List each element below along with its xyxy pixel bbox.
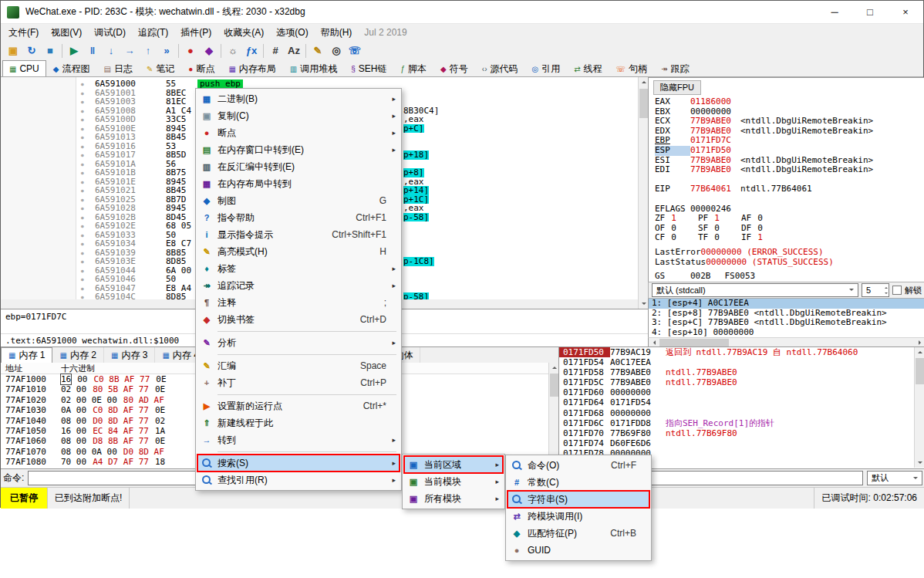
toolbar-button[interactable]: ✎ [309,42,327,59]
register-row[interactable]: ECX 77B9ABE0 <ntdll.DbgUiRemoteBreakin> [649,117,924,127]
menubar-item[interactable]: 插件(P) [174,24,218,42]
breakpoint-dot-icon[interactable]: ● [81,177,84,187]
view-tab[interactable]: ◆ 符号 [433,60,475,76]
context-menu-item[interactable]: ▦ 二进制(B) ▸ [197,90,400,107]
context-menu-item[interactable]: ▦ 在内存布局中转到 [197,175,400,192]
view-tab[interactable]: ◆ 流程图 [46,60,97,76]
view-tab[interactable]: § SEH链 [344,60,393,76]
breakpoint-dot-icon[interactable]: ● [81,195,84,204]
flag-cell[interactable]: TF0 [698,233,741,243]
breakpoint-dot-icon[interactable]: ● [81,186,84,195]
context-menu-item[interactable]: ▶ 设置新的运行点 Ctrl+* [197,397,400,414]
argument-row[interactable]: 1: [esp+4] A0C17EEA [649,299,924,309]
toolbar-button[interactable]: ● [181,42,200,59]
submenu-item[interactable]: # 常数(C) [508,474,649,491]
context-menu-item[interactable]: ◆ 切换书签 Ctrl+D [197,311,400,328]
context-menu-item[interactable]: ♦ 标签 ▸ [197,260,400,277]
calling-convention-select[interactable]: 默认 (stdcall) [652,283,858,297]
breakpoint-dot-icon[interactable]: ● [81,239,84,248]
breakpoint-dot-icon[interactable]: ● [81,124,84,134]
register-row[interactable] [649,194,924,204]
menubar-item[interactable]: 调试(D) [88,24,132,42]
breakpoint-dot-icon[interactable]: ● [81,115,84,124]
context-menu-item[interactable]: ▣ 复制(C) ▸ [197,107,400,124]
selected-byte[interactable]: 16 [61,374,71,384]
disassembly-row[interactable]: ● 6A591000 55 push ebp [1,79,638,89]
breakpoint-dot-icon[interactable]: ● [81,213,84,222]
view-tab[interactable]: ▥ 调用堆栈 [283,60,344,76]
menubar-item[interactable]: 文件(F) [2,24,45,42]
breakpoint-dot-icon[interactable]: ● [81,106,84,116]
memory-vertical-scrollbar[interactable] [548,363,558,468]
register-row[interactable]: EAX 01186000 [649,97,924,107]
submenu-item[interactable]: ▣ 当前模块 ▸ [404,473,503,490]
stack-row[interactable]: 0171FD60 00000000 [559,387,924,397]
bottom-tab[interactable]: ▦ 内存 3 [104,347,155,363]
toolbar-button[interactable]: ■ [41,42,59,59]
breakpoint-dot-icon[interactable]: ● [81,89,84,98]
context-menu-item[interactable]: → 转到 ▸ [197,431,400,448]
breakpoint-dot-icon[interactable]: ● [81,257,84,266]
toolbar-button[interactable]: ☼ [224,42,242,59]
breakpoint-dot-icon[interactable]: ● [81,160,84,169]
register-row[interactable]: EIP 77B64061 ntdll.77B64061 [649,184,924,194]
toolbar-button[interactable]: ◆ [200,42,218,59]
stack-vertical-scrollbar[interactable] [914,347,924,468]
submenu-item[interactable]: 字符串(S) [508,491,649,508]
breakpoint-dot-icon[interactable]: ● [81,266,84,275]
scrollbar-thumb[interactable] [639,89,648,118]
menubar-item[interactable]: 视图(V) [45,24,88,42]
breakpoint-dot-icon[interactable]: ● [81,142,84,151]
disassembly-vertical-scrollbar[interactable] [638,77,648,309]
context-menu-item[interactable]: ✎ 高亮模式(H) H [197,243,400,260]
bottom-tab[interactable]: ▦ 内存 2 [52,347,103,363]
breakpoint-dot-icon[interactable]: ● [81,221,84,231]
stack-row[interactable]: 0171FD50 77B9AC19 返回到 ntdll.77B9AC19 自 n… [559,347,924,357]
breakpoint-dot-icon[interactable]: ● [81,133,84,142]
menubar-item[interactable]: 追踪(T) [132,24,174,42]
flag-cell[interactable]: CF0 [655,233,698,243]
close-button[interactable]: × [888,1,923,23]
arguments-scrollbar[interactable] [648,337,924,346]
view-tab[interactable]: ↠ 跟踪 [654,60,696,76]
toolbar-button[interactable]: ‖ [83,42,102,59]
toolbar-button[interactable]: ▣ [4,42,22,59]
argument-row[interactable]: 3: [esp+C] 77B9ABE0 <ntdll.DbgUiRemoteBr… [649,318,924,328]
toolbar-button[interactable]: ↓ [102,42,120,59]
hide-fpu-button[interactable]: 隐藏FPU [653,80,701,95]
stack-row[interactable]: 0171FD5C 77B9ABE0 ntdll.77B9ABE0 [559,377,924,387]
flag-cell[interactable]: IF1 [741,233,784,243]
stack-row[interactable]: 0171FD58 77B9ABE0 ntdll.77B9ABE0 [559,367,924,377]
view-tab[interactable]: ☏ 句柄 [609,60,655,76]
command-script-select[interactable]: 默认 [867,471,922,485]
submenu-item[interactable]: ◆ 匹配特征(P) Ctrl+B [508,525,649,542]
menubar-item[interactable]: 帮助(H) [315,24,359,42]
context-menu-item[interactable]: ⇑ 新建线程于此 [197,414,400,431]
view-tab[interactable]: ✎ 笔记 [140,60,181,76]
breakpoint-dot-icon[interactable]: ● [81,284,84,293]
breakpoint-dot-icon[interactable]: ● [81,97,84,106]
stack-row[interactable]: 0171FD64 0171FD54 [559,397,924,407]
context-menu-item[interactable]: ▥ 在反汇编中转到(E) [197,158,400,175]
toolbar-button[interactable]: ▶ [65,42,83,59]
stack-row[interactable]: 0171FD68 00000000 [559,408,924,418]
toolbar-button[interactable]: ↑ [139,42,157,59]
context-menu-item[interactable]: ✎ 分析 ▸ [197,334,400,351]
context-menu-item[interactable]: i 显示指令提示 Ctrl+Shift+F1 [197,226,400,243]
submenu-item[interactable]: ▣ 当前区域 ▸ [404,456,503,473]
context-menu-item[interactable]: ↠ 追踪记录 ▸ [197,277,400,294]
context-menu-item[interactable]: ◆ 制图 G [197,192,400,209]
argument-count-spinner[interactable]: 5 [862,283,889,297]
scrollbar-thumb[interactable] [659,339,729,346]
register-row[interactable]: EFLAGS 00000246 [649,204,924,215]
view-tab[interactable]: ▦ 内存布局 [221,60,282,76]
view-tab[interactable]: ▤ 日志 [97,60,140,76]
scrollbar-thumb[interactable] [916,358,924,384]
maximize-button[interactable]: □ [852,1,888,23]
context-menu-item[interactable]: ✎ 汇编 Space [197,357,400,374]
breakpoint-dot-icon[interactable]: ● [81,150,84,160]
view-tab[interactable]: ▦ CPU [2,60,46,76]
stack-pane[interactable]: 0171FD50 77B9AC19 返回到 ntdll.77B9AC19 自 n… [558,346,924,468]
submenu-item[interactable]: ▣ 所有模块 ▸ [404,490,503,507]
unlock-checkbox[interactable] [892,286,902,295]
